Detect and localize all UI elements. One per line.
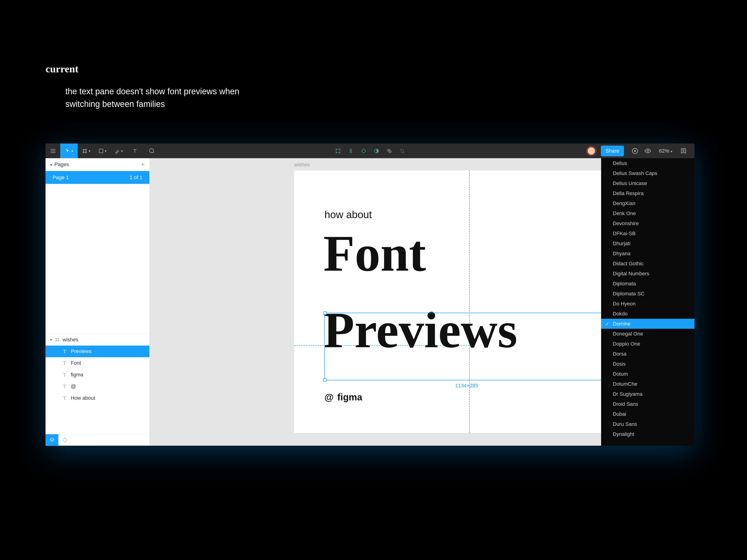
left-panel-tabs (46, 434, 149, 446)
layer-item[interactable]: TPreviews (46, 346, 149, 357)
layer-item[interactable]: T@ (46, 380, 149, 392)
svg-point-4 (336, 152, 337, 153)
canvas[interactable]: wishes how about Font Previews 1134×285 … (149, 158, 601, 446)
layers-panel: ▾ wishes TPreviewsTFontTfigmaT@THow abou… (46, 334, 149, 446)
library-icon[interactable] (677, 148, 690, 154)
font-option[interactable]: Dosis (601, 359, 694, 369)
font-option-label: Doppio One (613, 341, 640, 347)
font-option[interactable]: Denk One (601, 208, 694, 218)
check-icon: ✓ (605, 321, 609, 327)
font-option[interactable]: Dotum (601, 369, 694, 379)
layer-item-label: figma (71, 372, 83, 378)
font-option-label: Delius (613, 160, 627, 166)
font-option[interactable]: Devonshire (601, 218, 694, 229)
artboard[interactable]: how about Font Previews 1134×285 @ figma (294, 170, 601, 433)
svg-rect-1 (336, 149, 340, 153)
font-option[interactable]: Dubai (601, 409, 694, 419)
text-layer-howabout[interactable]: how about (325, 209, 372, 220)
font-option[interactable]: Didact Gothic (601, 259, 694, 269)
present-icon[interactable] (629, 148, 642, 155)
font-option-label: Droid Sans (613, 401, 638, 407)
font-option[interactable]: Doppio One (601, 339, 694, 349)
frame-tool[interactable]: ▾ (78, 143, 94, 158)
svg-point-10 (647, 150, 649, 152)
selection-handle[interactable] (323, 378, 327, 381)
layers-tab[interactable] (46, 434, 58, 446)
add-page-icon[interactable]: + (140, 161, 145, 168)
shape-tool[interactable]: ▾ (94, 143, 110, 158)
font-option[interactable]: Dr Sugiyama (601, 389, 694, 399)
assets-tab[interactable] (58, 434, 71, 446)
font-option[interactable]: Dorsa (601, 349, 694, 359)
font-option[interactable]: Delius Unicase (601, 178, 694, 188)
layer-item[interactable]: Tfigma (46, 369, 149, 380)
font-option[interactable]: Donegal One (601, 329, 694, 339)
font-option[interactable]: DFKai-SB (601, 229, 694, 238)
font-option[interactable]: Delius (601, 158, 694, 168)
pages-header[interactable]: ▾Pages + (46, 158, 149, 171)
font-option-label: Dorsa (613, 351, 626, 357)
user-avatar[interactable] (586, 146, 596, 156)
font-family-dropdown[interactable]: DeliusDelius Swash CapsDelius UnicaseDel… (601, 158, 694, 446)
crop-icon[interactable] (396, 143, 409, 158)
font-option[interactable]: Dynalight (601, 429, 694, 439)
text-layer-figma[interactable]: figma (337, 392, 362, 402)
font-option-label: Dosis (613, 361, 626, 367)
selection-handle[interactable] (323, 312, 327, 315)
layer-item-label: @ (71, 383, 76, 390)
font-option[interactable]: Dhurjati (601, 238, 694, 248)
frame-icon (55, 337, 60, 342)
font-option-label: Do Hyeon (613, 301, 636, 307)
mask-icon[interactable] (370, 143, 383, 158)
font-option-label: Delius Unicase (613, 180, 647, 186)
chevron-down-icon: ▾ (121, 149, 123, 153)
layer-item[interactable]: TFont (46, 357, 149, 369)
font-option-label: Diplomata (613, 281, 636, 287)
font-option-label: Dotum (613, 371, 628, 377)
chevron-down-icon: ▾ (89, 149, 91, 153)
layer-frame-root[interactable]: ▾ wishes (46, 334, 149, 346)
slide-title: current (46, 63, 78, 75)
move-tool[interactable]: ▾ (60, 143, 78, 158)
font-option[interactable]: Delius Swash Caps (601, 168, 694, 178)
frame-label[interactable]: wishes (294, 162, 310, 168)
component-icon[interactable] (344, 143, 357, 158)
font-option[interactable]: DotumChe (601, 379, 694, 389)
svg-rect-0 (99, 149, 103, 153)
pen-tool[interactable]: ▾ (110, 143, 127, 158)
view-icon[interactable] (642, 148, 654, 155)
font-option[interactable]: Diplomata (601, 278, 694, 289)
font-option[interactable]: Diplomata SC (601, 289, 694, 299)
font-option[interactable]: ✓Domine (601, 319, 694, 329)
page-item[interactable]: Page 1 1 of 1 (46, 171, 149, 184)
text-layer-icon: T (62, 360, 68, 366)
font-option-label: Dr Sugiyama (613, 391, 642, 397)
chevron-down-icon: ▾ (671, 150, 672, 153)
font-option[interactable]: Dhyana (601, 248, 694, 259)
instance-icon[interactable] (357, 143, 370, 158)
share-button[interactable]: Share (601, 145, 624, 156)
zoom-level[interactable]: 62% ▾ (654, 148, 677, 154)
slide-description: the text pane doesn't show font previews… (66, 85, 239, 110)
font-option[interactable]: Della Respira (601, 188, 694, 198)
text-tool[interactable] (127, 143, 143, 158)
edit-object-icon[interactable] (332, 143, 344, 158)
text-layer-font[interactable]: Font (323, 224, 426, 283)
font-option-label: DengXian (613, 201, 636, 207)
font-option[interactable]: Do Hyeon (601, 299, 694, 309)
layer-item[interactable]: THow about (46, 392, 149, 404)
font-option[interactable]: DengXian (601, 198, 694, 208)
font-option-label: Dokdo (613, 311, 628, 317)
hamburger-menu[interactable] (46, 143, 60, 158)
font-option-label: Devonshire (613, 220, 639, 226)
text-layer-at[interactable]: @ (325, 392, 334, 402)
font-option[interactable]: Duru Sans (601, 419, 694, 429)
font-option[interactable]: Digital Numbers (601, 269, 694, 278)
svg-point-2 (336, 149, 337, 150)
font-option-label: Dhurjati (613, 241, 630, 247)
comment-tool[interactable] (143, 143, 159, 158)
font-option[interactable]: Dokdo (601, 309, 694, 319)
font-option-label: Diplomata SC (613, 291, 645, 297)
font-option[interactable]: Droid Sans (601, 399, 694, 409)
boolean-icon[interactable] (383, 143, 396, 158)
